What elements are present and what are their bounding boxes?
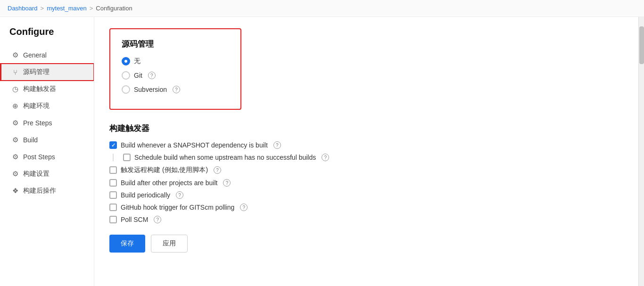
checkbox-github-hook[interactable] xyxy=(109,204,117,211)
checkbox-after-other[interactable] xyxy=(109,179,117,187)
checkbox-remote[interactable] xyxy=(109,166,117,174)
build-trigger-title: 构建触发器 xyxy=(109,123,439,134)
fork-icon: ⑂ xyxy=(11,68,19,76)
save-button[interactable]: 保存 xyxy=(109,235,145,253)
radio-subversion-label: Subversion xyxy=(134,86,167,93)
checkbox-row-snapshot: Build whenever a SNAPSHOT dependency is … xyxy=(109,141,439,149)
checkbox-snapshot-label: Build whenever a SNAPSHOT dependency is … xyxy=(121,141,268,149)
main-content: 源码管理 无 Git ? Subversion ? 构建触发器 xyxy=(94,17,638,286)
sidebar-item-build-settings[interactable]: ⚙ 构建设置 xyxy=(0,165,94,182)
checkbox-poll-scm-label: Poll SCM xyxy=(121,216,148,223)
checkbox-periodically[interactable] xyxy=(109,191,117,199)
radio-option-subversion[interactable]: Subversion ? xyxy=(122,85,229,94)
checkbox-row-upstream: Schedule build when some upstream has no… xyxy=(123,154,329,161)
checkbox-remote-label: 触发远程构建 (例如,使用脚本) xyxy=(121,166,208,174)
sidebar-label-post-build: 构建后操作 xyxy=(23,187,56,195)
radio-git[interactable] xyxy=(122,71,130,80)
sidebar-item-post-build[interactable]: ❖ 构建后操作 xyxy=(0,182,94,199)
sidebar-item-build-env[interactable]: ⊕ 构建环境 xyxy=(0,98,94,114)
checkbox-row-after-other: Build after other projects are built ? xyxy=(109,179,439,187)
sidebar-item-build[interactable]: ⚙ Build xyxy=(0,131,94,148)
breadcrumb-project[interactable]: mytest_maven xyxy=(47,5,87,12)
globe-icon: ⊕ xyxy=(11,102,19,110)
sidebar-title: Configure xyxy=(0,26,94,47)
sidebar-label-post-steps: Post Steps xyxy=(23,153,55,161)
snapshot-help-icon[interactable]: ? xyxy=(273,141,281,149)
radio-none-label: 无 xyxy=(134,57,140,65)
upstream-help-icon[interactable]: ? xyxy=(322,154,329,161)
radio-option-git[interactable]: Git ? xyxy=(122,71,229,80)
apply-button[interactable]: 应用 xyxy=(151,235,188,253)
breadcrumb-dashboard[interactable]: Dashboard xyxy=(8,5,38,12)
checkbox-upstream[interactable] xyxy=(123,154,131,161)
radio-git-label: Git xyxy=(134,72,142,79)
scrollbar-thumb[interactable] xyxy=(639,26,644,64)
breadcrumb-sep-2: > xyxy=(90,5,93,12)
checkbox-upstream-label: Schedule build when some upstream has no… xyxy=(134,154,316,161)
button-row: 保存 应用 xyxy=(109,235,439,253)
sidebar-item-source-control[interactable]: ⑂ 源码管理 xyxy=(0,64,94,81)
checkbox-row-remote: 触发远程构建 (例如,使用脚本) ? xyxy=(109,166,439,174)
github-hook-help-icon[interactable]: ? xyxy=(240,204,248,211)
subversion-help-icon[interactable]: ? xyxy=(173,86,180,93)
checkbox-row-github-hook: GitHub hook trigger for GITScm polling ? xyxy=(109,204,439,211)
sidebar-label-general: General xyxy=(23,51,47,59)
sidebar-item-post-steps[interactable]: ⚙ Post Steps xyxy=(0,148,94,165)
sidebar-label-pre-steps: Pre Steps xyxy=(23,119,52,127)
gear-icon-5: ⚙ xyxy=(11,170,19,178)
sidebar-item-general[interactable]: ⚙ General xyxy=(0,47,94,64)
checkbox-poll-scm[interactable] xyxy=(109,216,117,223)
breadcrumb-current: Configuration xyxy=(96,5,132,12)
radio-subversion[interactable] xyxy=(122,85,130,94)
sidebar-item-pre-steps[interactable]: ⚙ Pre Steps xyxy=(0,114,94,131)
gear-icon: ⚙ xyxy=(11,51,19,59)
sidebar-label-build-env: 构建环境 xyxy=(23,102,50,110)
checkbox-after-other-label: Build after other projects are built xyxy=(121,179,217,187)
checkbox-periodically-label: Build periodically xyxy=(121,191,170,199)
radio-none[interactable] xyxy=(122,57,130,65)
checkbox-github-hook-label: GitHub hook trigger for GITScm polling xyxy=(121,204,234,211)
source-management-section: 源码管理 无 Git ? Subversion ? xyxy=(109,28,241,110)
sidebar: Configure ⚙ General ⑂ 源码管理 ◷ 构建触发器 ⊕ 构建环… xyxy=(0,17,94,286)
gear-icon-3: ⚙ xyxy=(11,136,19,144)
git-help-icon[interactable]: ? xyxy=(148,72,156,79)
radio-option-none[interactable]: 无 xyxy=(122,57,229,65)
sidebar-label-build-trigger: 构建触发器 xyxy=(23,85,56,93)
scrollbar-track[interactable] xyxy=(638,17,644,286)
gear-icon-4: ⚙ xyxy=(11,153,19,161)
checkbox-row-poll-scm: Poll SCM ? xyxy=(109,216,439,223)
poll-scm-help-icon[interactable]: ? xyxy=(154,216,161,223)
after-other-help-icon[interactable]: ? xyxy=(223,179,231,187)
sidebar-label-source-control: 源码管理 xyxy=(23,68,50,76)
source-management-title: 源码管理 xyxy=(122,39,229,49)
gear-icon-2: ⚙ xyxy=(11,119,19,127)
sidebar-label-build: Build xyxy=(23,136,38,144)
breadcrumb-sep-1: > xyxy=(41,5,44,12)
checkbox-row-periodically: Build periodically ? xyxy=(109,191,439,199)
sidebar-label-build-settings: 构建设置 xyxy=(23,170,50,178)
build-trigger-section: 构建触发器 Build whenever a SNAPSHOT dependen… xyxy=(109,123,439,253)
remote-help-icon[interactable]: ? xyxy=(214,166,221,174)
breadcrumb: Dashboard > mytest_maven > Configuration xyxy=(0,0,644,17)
clock-icon: ◷ xyxy=(11,85,19,93)
periodically-help-icon[interactable]: ? xyxy=(176,191,183,199)
sidebar-item-build-trigger[interactable]: ◷ 构建触发器 xyxy=(0,81,94,98)
checkbox-snapshot[interactable] xyxy=(109,141,117,149)
box-icon: ❖ xyxy=(11,187,19,195)
